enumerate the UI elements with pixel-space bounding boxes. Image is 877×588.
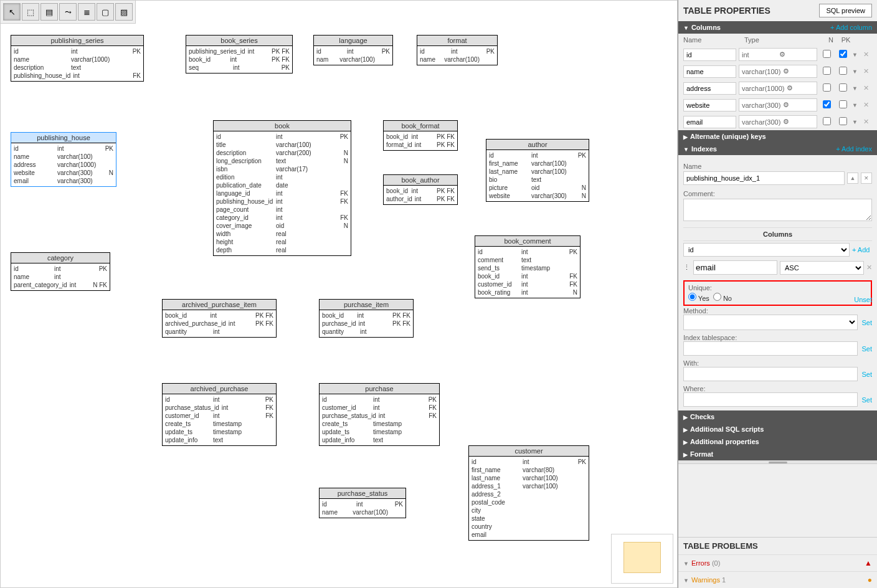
table-column-row: update_tstimestamp (322, 428, 437, 436)
table-book_series[interactable]: book_seriespublishing_series_idintPK FKb… (186, 35, 293, 74)
unique-no-option[interactable]: No (713, 293, 732, 302)
delete-column-icon[interactable]: ✕ (863, 67, 872, 75)
unique-yes-option[interactable]: Yes (688, 293, 709, 302)
scripts-header[interactable]: ▶Additional SQL scripts (678, 423, 877, 435)
index-col-2-sort[interactable]: ASC (780, 261, 864, 275)
table-book_author[interactable]: book_authorbook_idintPK FKauthor_idintPK… (383, 174, 458, 205)
tablespace-input[interactable] (683, 341, 858, 356)
add-props-header[interactable]: ▶Additional properties (678, 435, 877, 448)
table-customer[interactable]: customeridintPKfirst_namevarchar(80)last… (468, 445, 589, 541)
chevron-down-icon[interactable]: ▼ (852, 119, 861, 125)
table-book_format[interactable]: book_formatbook_idintPK FKformat_idintPK… (383, 120, 458, 151)
select-tool[interactable]: ↖ (3, 3, 21, 21)
unique-unset-link[interactable]: Unset (854, 296, 872, 303)
note-tool[interactable]: ▢ (97, 3, 114, 21)
nullable-checkbox[interactable] (823, 100, 831, 108)
table-column-row: namvarchar(100) (316, 55, 390, 64)
delete-index-button[interactable]: ✕ (861, 173, 872, 184)
chevron-down-icon[interactable]: ▼ (852, 85, 861, 92)
table-category[interactable]: categoryidintPKnameintparent_category_id… (11, 252, 110, 291)
table-author[interactable]: authoridintPKfirst_namevarchar(100)last_… (486, 139, 589, 202)
alt-keys-header[interactable]: ▶Alternate (unique) keys (678, 130, 877, 143)
with-input[interactable] (683, 367, 858, 381)
table-book[interactable]: bookidintPKtitlevarchar(100)descriptionv… (213, 120, 351, 256)
nullable-checkbox[interactable] (823, 83, 831, 92)
column-type-input[interactable]: int⚙ (739, 48, 817, 61)
where-input[interactable] (683, 392, 858, 407)
table-purchase[interactable]: purchaseidintPKcustomer_idintFKpurchase_… (319, 383, 440, 446)
column-name-input[interactable] (683, 65, 736, 78)
delete-column-icon[interactable]: ✕ (863, 118, 872, 126)
pk-checkbox[interactable] (839, 67, 847, 75)
table-format[interactable]: formatidintPKnamevarchar(100) (417, 35, 498, 65)
index-name-input[interactable] (683, 171, 845, 185)
add-index-link[interactable]: + Add index (836, 145, 872, 153)
relation-tool[interactable]: ⤳ (59, 3, 77, 21)
format-header[interactable]: ▶Format (678, 448, 877, 460)
delete-column-icon[interactable]: ✕ (863, 84, 872, 92)
er-canvas[interactable]: publishing_seriesidintPKnamevarchar(1000… (1, 1, 677, 587)
checks-header[interactable]: ▶Checks (678, 410, 877, 423)
table-column-row: idintPK (165, 396, 273, 404)
minimap[interactable] (611, 534, 673, 584)
table-archived_purchase_item[interactable]: archived_purchase_itembook_idintPK FKarc… (162, 299, 277, 338)
errors-row[interactable]: ▼Errors (0) (683, 559, 720, 567)
columns-section-header[interactable]: ▼Columns + Add column (678, 21, 877, 34)
column-type-input[interactable]: varchar(1000)⚙ (739, 82, 817, 95)
chevron-down-icon[interactable]: ▼ (852, 52, 861, 58)
chevron-down-icon[interactable]: ▼ (852, 69, 861, 75)
where-set-link[interactable]: Set (861, 396, 872, 404)
column-name-input[interactable] (683, 116, 736, 128)
method-set-link[interactable]: Set (861, 319, 872, 326)
add-column-link[interactable]: + Add column (830, 24, 872, 31)
pk-checkbox[interactable] (839, 100, 847, 108)
collapse-index-button[interactable]: ▲ (847, 173, 858, 184)
gear-icon[interactable]: ⚙ (782, 99, 815, 111)
marquee-tool[interactable]: ⬚ (22, 3, 39, 21)
nullable-checkbox[interactable] (823, 117, 831, 125)
index-col-1-select[interactable]: id (683, 243, 850, 257)
column-name-input[interactable] (683, 49, 736, 61)
list-tool[interactable]: ≣ (78, 3, 95, 21)
pk-checkbox[interactable] (839, 117, 847, 125)
splitter[interactable] (678, 460, 877, 464)
pk-checkbox[interactable] (839, 83, 847, 92)
index-col-2-input[interactable] (693, 260, 777, 275)
nullable-checkbox[interactable] (823, 50, 831, 58)
method-select[interactable] (683, 315, 858, 330)
index-comment-input[interactable] (683, 199, 872, 221)
column-type-input[interactable]: varchar(300)⚙ (739, 98, 817, 111)
table-publishing_series[interactable]: publishing_seriesidintPKnamevarchar(1000… (11, 35, 144, 82)
table-book_comment[interactable]: book_commentidintPKcommenttextsend_tstim… (475, 235, 581, 298)
warnings-row[interactable]: ▼Warnings 1 (683, 576, 726, 584)
index-add-col-link[interactable]: + Add (852, 246, 872, 254)
table-publishing_house[interactable]: publishing_houseidintPKnamevarchar(100)a… (11, 132, 116, 187)
column-type-input[interactable]: varchar(100)⚙ (739, 65, 817, 78)
table-column-row: long_descriptiontextN (216, 157, 348, 165)
column-name-input[interactable] (683, 82, 736, 95)
delete-column-icon[interactable]: ✕ (863, 101, 872, 109)
tablespace-set-link[interactable]: Set (861, 345, 872, 353)
table-purchase_item[interactable]: purchase_itembook_idintPK FKpurchase_idi… (319, 299, 414, 338)
column-type-input[interactable]: varchar(300)⚙ (739, 115, 817, 128)
gear-icon[interactable]: ⚙ (782, 65, 815, 77)
gear-icon[interactable]: ⚙ (782, 116, 815, 128)
gear-icon[interactable]: ⚙ (785, 82, 815, 94)
delete-column-icon[interactable]: ✕ (863, 50, 872, 59)
table-tool[interactable]: ▤ (40, 3, 58, 21)
column-name-input[interactable] (683, 99, 736, 111)
table-language[interactable]: languageidintPKnamvarchar(100) (313, 35, 393, 65)
pk-checkbox[interactable] (839, 50, 847, 58)
with-set-link[interactable]: Set (861, 371, 872, 378)
sql-preview-button[interactable]: SQL preview (819, 4, 872, 17)
table-purchase_status[interactable]: purchase_statusidintPKnamevarchar(100) (319, 488, 406, 518)
column-row: int⚙ ▼ ✕ (678, 46, 877, 63)
indexes-header[interactable]: ▼Indexes + Add index (678, 143, 877, 155)
pattern-tool[interactable]: ▨ (115, 3, 133, 21)
table-archived_purchase[interactable]: archived_purchaseidintPKpurchase_status_… (162, 383, 277, 446)
diagram-canvas[interactable]: ↖ ⬚ ▤ ⤳ ≣ ▢ ▨ publishing_seriesidintPKna… (0, 0, 678, 588)
index-col-2-delete[interactable]: ✕ (866, 263, 872, 272)
nullable-checkbox[interactable] (823, 67, 831, 75)
chevron-down-icon[interactable]: ▼ (852, 102, 861, 108)
gear-icon[interactable]: ⚙ (778, 49, 815, 60)
